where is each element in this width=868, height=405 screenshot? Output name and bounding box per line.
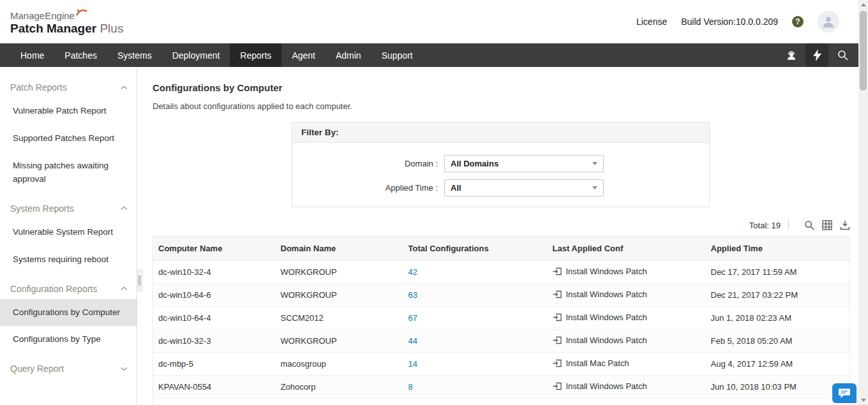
top-header: ManageEngine Patch Manager Plus License … bbox=[0, 0, 868, 43]
total-configurations-link[interactable]: 63 bbox=[408, 290, 417, 300]
scrollbar-thumb[interactable] bbox=[860, 11, 867, 91]
sidebar-section-patch-reports[interactable]: Patch Reports bbox=[0, 72, 137, 98]
cell-computer-name: dc-win10-32-4 bbox=[153, 261, 276, 284]
chevron-up-icon bbox=[121, 286, 128, 291]
sidebar-item-systems-requiring-reboot[interactable]: Systems requiring reboot bbox=[0, 246, 137, 274]
search-icon[interactable] bbox=[831, 43, 854, 67]
nav-item-admin[interactable]: Admin bbox=[326, 43, 371, 67]
cell-applied-time: Aug 4, 2017 12:59 AM bbox=[706, 353, 850, 376]
sidebar: Patch Reports Vulnerable Patch Report Su… bbox=[0, 67, 137, 405]
nav-item-home[interactable]: Home bbox=[10, 43, 54, 67]
cell-computer-name: dc-win10-64-6 bbox=[153, 284, 276, 307]
configuration-icon bbox=[553, 290, 562, 298]
sidebar-resize-handle[interactable] bbox=[137, 270, 142, 291]
table-row: dc-mbp-5 macosgroup 14 Install Mac Patch… bbox=[153, 353, 850, 376]
nav-item-patches[interactable]: Patches bbox=[54, 43, 107, 67]
table-search-icon[interactable] bbox=[804, 220, 814, 230]
table-body: dc-win10-32-4 WORKGROUP 42 Install Windo… bbox=[153, 261, 850, 405]
toolbar-divider bbox=[788, 221, 789, 230]
cell-computer-name: dc-win10-32-3 bbox=[153, 330, 276, 353]
chevron-down-icon bbox=[592, 186, 597, 189]
nav-item-reports[interactable]: Reports bbox=[230, 43, 281, 67]
sidebar-section-query-report[interactable]: Query Report bbox=[0, 353, 137, 379]
cell-domain-name: SCCM2012 bbox=[276, 307, 403, 330]
total-configurations-link[interactable]: 8 bbox=[408, 382, 413, 392]
section-title-label: Patch Reports bbox=[10, 82, 67, 92]
column-header-computer-name[interactable]: Computer Name bbox=[153, 237, 276, 261]
configuration-icon bbox=[553, 313, 562, 321]
table-row: KPAVAN-0554 Zohocorp 8 Install Windows P… bbox=[153, 376, 850, 399]
chat-widget-button[interactable] bbox=[832, 383, 857, 403]
nav-item-deployment[interactable]: Deployment bbox=[162, 43, 230, 67]
applied-time-select[interactable]: All bbox=[444, 179, 604, 196]
cell-computer-name: dc-win10-64-4 bbox=[153, 307, 276, 330]
cell-last-applied-conf: Install Windows Patch bbox=[566, 381, 647, 391]
column-header-total-configurations[interactable]: Total Configurations bbox=[403, 237, 548, 261]
sidebar-item-supported-patches-report[interactable]: Supported Patches Report bbox=[0, 125, 137, 152]
nav-item-agent[interactable]: Agent bbox=[281, 43, 326, 67]
cell-applied-time: May 24, 2017 12:09 AM bbox=[706, 399, 850, 405]
main-nav: Home Patches Systems Deployment Reports … bbox=[0, 43, 868, 67]
cell-computer-name: angsuman-5271 bbox=[153, 399, 276, 405]
build-version: Build Version:10.0.0.209 bbox=[681, 17, 778, 27]
sidebar-item-missing-patches-awaiting-approval[interactable]: Missing patches awaiting approval bbox=[0, 152, 137, 193]
nav-item-support[interactable]: Support bbox=[371, 43, 423, 67]
configurations-table: Computer Name Domain Name Total Configur… bbox=[153, 236, 850, 405]
cell-applied-time: Jun 1, 2018 02:23 AM bbox=[706, 307, 850, 330]
configuration-icon bbox=[553, 336, 562, 344]
cell-last-applied-conf: Install Windows Patch bbox=[566, 335, 647, 345]
cell-last-applied-conf: Install Windows Patch bbox=[566, 290, 647, 299]
table-row: dc-win10-32-3 WORKGROUP 44 Install Windo… bbox=[153, 330, 850, 353]
sidebar-section-system-reports[interactable]: System Reports bbox=[0, 193, 137, 219]
cell-applied-time: Jun 10, 2018 10:03 PM bbox=[706, 376, 850, 399]
column-header-last-applied-conf[interactable]: Last Applied Conf bbox=[548, 237, 706, 261]
cell-last-applied-conf: Install Windows Patch bbox=[566, 313, 647, 322]
scrollbar bbox=[858, 0, 868, 405]
scroll-up-icon[interactable] bbox=[858, 0, 868, 10]
configuration-icon bbox=[553, 267, 562, 276]
total-configurations-link[interactable]: 14 bbox=[408, 359, 417, 369]
domain-select[interactable]: All Domains bbox=[444, 155, 604, 172]
total-configurations-link[interactable]: 44 bbox=[408, 336, 417, 346]
table-header-row: Computer Name Domain Name Total Configur… bbox=[153, 237, 850, 261]
configuration-icon bbox=[553, 359, 562, 367]
cell-domain-name: WORKGROUP bbox=[276, 330, 403, 353]
table-row: angsuman-5271 macosgroup 5 Install Mac P… bbox=[153, 399, 850, 405]
sidebar-item-vulnerable-system-report[interactable]: Vulnerable System Report bbox=[0, 219, 137, 246]
user-avatar[interactable] bbox=[818, 11, 839, 33]
configuration-icon bbox=[553, 382, 562, 390]
filter-header: Filter By: bbox=[292, 122, 709, 143]
nav-item-systems[interactable]: Systems bbox=[107, 43, 162, 67]
scroll-down-icon[interactable] bbox=[858, 395, 868, 405]
help-icon[interactable]: ? bbox=[792, 16, 804, 27]
sidebar-item-vulnerable-patch-report[interactable]: Vulnerable Patch Report bbox=[0, 98, 137, 125]
cell-domain-name: Zohocorp bbox=[276, 376, 403, 399]
chevron-up-icon bbox=[121, 85, 128, 90]
total-configurations-link[interactable]: 42 bbox=[408, 267, 417, 277]
quick-actions-icon[interactable] bbox=[805, 43, 828, 67]
column-chooser-icon[interactable] bbox=[822, 220, 832, 230]
column-header-applied-time[interactable]: Applied Time bbox=[706, 237, 850, 261]
column-header-domain-name[interactable]: Domain Name bbox=[276, 237, 403, 261]
sidebar-item-configurations-by-computer[interactable]: Configurations by Computer bbox=[0, 299, 137, 327]
filter-panel: Filter By: Domain : All Domains Applied … bbox=[292, 122, 710, 207]
license-link[interactable]: License bbox=[636, 17, 667, 27]
domain-label: Domain : bbox=[292, 159, 444, 168]
export-icon[interactable] bbox=[840, 220, 850, 230]
cell-computer-name: dc-mbp-5 bbox=[153, 353, 276, 376]
cell-domain-name: WORKGROUP bbox=[276, 284, 403, 307]
support-agent-icon[interactable] bbox=[780, 43, 803, 67]
sidebar-item-configurations-by-type[interactable]: Configurations by Type bbox=[0, 326, 137, 353]
main-content: Configurations by Computer Details about… bbox=[137, 67, 868, 405]
cell-last-applied-conf: Install Mac Patch bbox=[566, 358, 629, 368]
sidebar-section-configuration-reports[interactable]: Configuration Reports bbox=[0, 274, 137, 299]
total-configurations-link[interactable]: 67 bbox=[408, 313, 417, 323]
table-row: dc-win10-32-4 WORKGROUP 42 Install Windo… bbox=[153, 261, 850, 284]
total-count: Total: 19 bbox=[749, 221, 788, 230]
applied-time-select-value: All bbox=[451, 183, 461, 193]
logo-swoosh-icon bbox=[75, 8, 88, 17]
cell-domain-name: WORKGROUP bbox=[276, 261, 403, 284]
brand-product-name: Patch Manager bbox=[10, 22, 96, 35]
applied-time-label: Applied Time : bbox=[292, 183, 444, 193]
cell-applied-time: Dec 21, 2017 03:22 PM bbox=[706, 284, 850, 307]
